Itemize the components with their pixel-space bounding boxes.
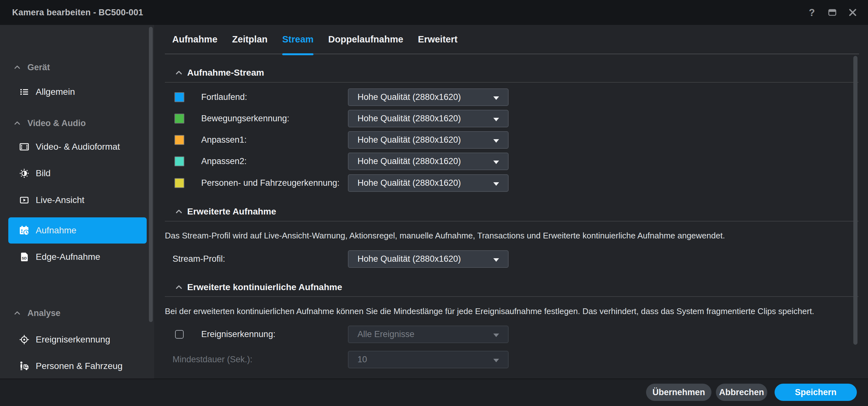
sidebar-section-video-audio[interactable]: Video & Audio (0, 116, 147, 130)
section-divider (165, 221, 859, 222)
color-swatch-continuous (175, 92, 184, 102)
sidebar-item-video-audioformat[interactable]: Video- & Audioformat (8, 134, 147, 160)
quality-dropdown-anpassen1[interactable]: Hohe Qualität (2880x1620) (348, 131, 508, 149)
window-title: Kamera bearbeiten - BC500-001 (12, 8, 143, 18)
sidebar-item-live-ansicht[interactable]: Live-Ansicht (8, 187, 147, 213)
save-button[interactable]: Speichern (775, 384, 857, 401)
brightness-icon (19, 168, 30, 179)
caret-down-icon (493, 182, 499, 186)
row-label: Anpassen1: (201, 131, 247, 149)
caret-down-icon (493, 161, 499, 164)
caret-down-icon (493, 118, 499, 121)
ereignis-dropdown[interactable]: Alle Ereignisse (348, 325, 508, 343)
chevron-up-icon (13, 309, 21, 317)
list-icon (19, 86, 30, 98)
row-label: Personen- und Fahrzeugerkennung: (201, 174, 340, 192)
window-controls: ? (807, 0, 857, 25)
chevron-up-icon (175, 69, 183, 77)
sidebar-item-personen-fahrzeug[interactable]: Personen & Fahrzeug (8, 353, 147, 379)
sidebar-item-bild[interactable]: Bild (8, 160, 147, 186)
svg-text:SD: SD (22, 256, 27, 260)
event-detection-icon (19, 334, 30, 345)
row-label: Anpassen2: (201, 152, 247, 170)
live-view-icon (19, 194, 30, 206)
section-divider (165, 296, 859, 297)
chevron-up-icon (13, 119, 21, 127)
tab-erweitert[interactable]: Erweitert (418, 25, 458, 54)
caret-down-icon (493, 139, 499, 143)
ereigniserkennung-checkbox[interactable] (175, 330, 184, 339)
color-swatch-custom2 (175, 156, 184, 166)
stream-profil-dropdown[interactable]: Hohe Qualität (2880x1620) (348, 250, 508, 268)
help-icon[interactable]: ? (807, 8, 816, 17)
sidebar-section-analyse[interactable]: Analyse (0, 306, 147, 320)
tab-stream[interactable]: Stream (282, 25, 313, 54)
tab-bar: Aufnahme Zeitplan Stream Doppelaufnahme … (165, 25, 859, 54)
tab-zeitplan[interactable]: Zeitplan (232, 25, 268, 54)
stream-profil-row: Stream-Profil: Hohe Qualität (2880x1620) (165, 250, 859, 268)
main-scrollbar[interactable] (853, 56, 858, 345)
people-vehicle-icon (19, 360, 30, 372)
quality-dropdown-anpassen2[interactable]: Hohe Qualität (2880x1620) (348, 152, 508, 170)
advanced-recording-description: Das Stream-Profil wird auf Live-Ansicht-… (165, 231, 855, 241)
mindestdauer-dropdown[interactable]: 10 (348, 351, 508, 368)
chevron-up-icon (175, 283, 183, 291)
titlebar: Kamera bearbeiten - BC500-001 ? (0, 0, 868, 25)
quality-dropdown-personen-fahrzeug[interactable]: Hohe Qualität (2880x1620) (348, 174, 508, 192)
sidebar: Gerät Allgemein Video & Audio (0, 25, 154, 379)
stream-row-personen-fahrzeug: Personen- und Fahrzeugerkennung: Hohe Qu… (165, 174, 859, 192)
film-icon (19, 141, 30, 152)
advanced-continuous-description: Bei der erweiterten kontinuierlichen Auf… (165, 307, 855, 316)
stream-row-fortlaufend: Fortlaufend: Hohe Qualität (2880x1620) (165, 88, 859, 106)
row-label: Bewegungserkennung: (201, 110, 289, 127)
camera-edit-window: Kamera bearbeiten - BC500-001 ? Gerät (0, 0, 868, 406)
close-icon[interactable] (848, 8, 857, 17)
main-content: Aufnahme Zeitplan Stream Doppelaufnahme … (154, 25, 868, 379)
mindestdauer-row: Mindestdauer (Sek.): 10 (165, 351, 859, 368)
footer: Übernehmen Abbrechen Speichern (0, 379, 868, 406)
sd-card-icon: SD (19, 251, 30, 263)
maximize-icon[interactable] (828, 8, 837, 17)
section-divider (165, 82, 859, 83)
sidebar-item-allgemein[interactable]: Allgemein (8, 79, 147, 105)
caret-down-icon (493, 96, 499, 100)
chevron-up-icon (13, 63, 21, 71)
color-swatch-custom1 (175, 135, 184, 145)
recording-schedule-icon (19, 225, 30, 236)
stream-row-anpassen2: Anpassen2: Hohe Qualität (2880x1620) (165, 152, 859, 170)
caret-down-icon (493, 258, 499, 262)
sidebar-section-geraet[interactable]: Gerät (0, 60, 147, 75)
ereigniserkennung-row: Ereigniserkennung: Alle Ereignisse (165, 325, 859, 343)
chevron-up-icon (175, 207, 183, 216)
apply-button[interactable]: Übernehmen (646, 384, 711, 401)
row-label: Mindestdauer (Sek.): (173, 351, 253, 368)
row-label: Ereigniserkennung: (201, 325, 276, 343)
cancel-button[interactable]: Abbrechen (716, 384, 767, 401)
stream-row-bewegungserkennung: Bewegungserkennung: Hohe Qualität (2880x… (165, 110, 859, 127)
color-swatch-motion (175, 114, 184, 123)
color-swatch-people-vehicle (175, 178, 184, 188)
tab-doppelaufnahme[interactable]: Doppelaufnahme (328, 25, 403, 54)
sidebar-scrollbar[interactable] (149, 27, 153, 322)
row-label: Stream-Profil: (173, 250, 225, 268)
row-label: Fortlaufend: (201, 88, 247, 106)
quality-dropdown-fortlaufend[interactable]: Hohe Qualität (2880x1620) (348, 88, 508, 106)
caret-down-icon (493, 334, 499, 337)
stream-row-anpassen1: Anpassen1: Hohe Qualität (2880x1620) (165, 131, 859, 149)
sidebar-item-edge-aufnahme[interactable]: SD Edge-Aufnahme (8, 244, 147, 270)
sidebar-item-ereigniserkennung[interactable]: Ereigniserkennung (8, 326, 147, 353)
caret-down-icon (493, 359, 499, 362)
sidebar-item-aufnahme[interactable]: Aufnahme (8, 218, 147, 243)
tab-aufnahme[interactable]: Aufnahme (172, 25, 217, 54)
quality-dropdown-bewegungserkennung[interactable]: Hohe Qualität (2880x1620) (348, 110, 508, 127)
